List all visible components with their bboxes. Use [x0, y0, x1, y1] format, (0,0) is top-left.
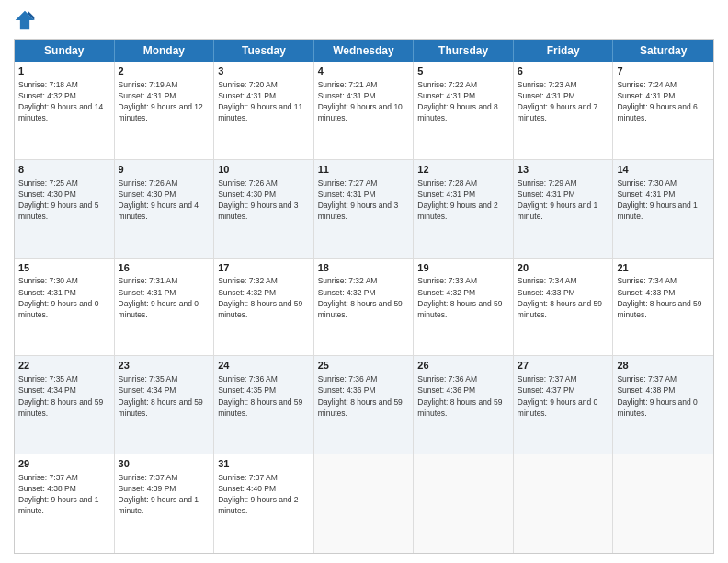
day-number: 1: [18, 64, 110, 78]
cell-info: Sunrise: 7:28 AM Sunset: 4:31 PM Dayligh…: [417, 178, 497, 221]
day-number: 27: [518, 359, 609, 373]
day-cell-17: 17Sunrise: 7:32 AM Sunset: 4:32 PM Dayli…: [214, 259, 314, 356]
day-cell-24: 24Sunrise: 7:36 AM Sunset: 4:35 PM Dayli…: [214, 356, 314, 454]
cell-info: Sunrise: 7:26 AM Sunset: 4:30 PM Dayligh…: [119, 178, 199, 221]
day-cell-18: 18Sunrise: 7:32 AM Sunset: 4:32 PM Dayli…: [314, 259, 415, 356]
day-number: 30: [119, 457, 210, 471]
cell-info: Sunrise: 7:34 AM Sunset: 4:33 PM Dayligh…: [617, 276, 701, 318]
day-cell-14: 14Sunrise: 7:30 AM Sunset: 4:31 PM Dayli…: [613, 160, 713, 258]
calendar-row-4: 22Sunrise: 7:35 AM Sunset: 4:34 PM Dayli…: [15, 356, 713, 454]
cell-info: Sunrise: 7:36 AM Sunset: 4:36 PM Dayligh…: [417, 374, 502, 417]
day-cell-6: 6Sunrise: 7:23 AM Sunset: 4:31 PM Daylig…: [514, 62, 614, 159]
day-number: 19: [417, 261, 509, 275]
day-cell-2: 2Sunrise: 7:19 AM Sunset: 4:31 PM Daylig…: [115, 62, 215, 159]
svg-marker-0: [16, 11, 35, 30]
day-cell-5: 5Sunrise: 7:22 AM Sunset: 4:31 PM Daylig…: [414, 62, 514, 159]
day-cell-1: 1Sunrise: 7:18 AM Sunset: 4:32 PM Daylig…: [15, 62, 115, 159]
header-day-tuesday: Tuesday: [214, 40, 314, 62]
day-number: 8: [18, 163, 110, 177]
day-number: 26: [417, 359, 509, 373]
header-day-friday: Friday: [514, 40, 614, 62]
cell-info: Sunrise: 7:32 AM Sunset: 4:32 PM Dayligh…: [218, 276, 302, 318]
day-cell-11: 11Sunrise: 7:27 AM Sunset: 4:31 PM Dayli…: [314, 160, 415, 258]
header-day-thursday: Thursday: [414, 40, 514, 62]
day-cell-22: 22Sunrise: 7:35 AM Sunset: 4:34 PM Dayli…: [15, 356, 115, 454]
day-cell-13: 13Sunrise: 7:29 AM Sunset: 4:31 PM Dayli…: [514, 160, 614, 258]
day-cell-4: 4Sunrise: 7:21 AM Sunset: 4:31 PM Daylig…: [314, 62, 415, 159]
day-cell-23: 23Sunrise: 7:35 AM Sunset: 4:34 PM Dayli…: [115, 356, 215, 454]
header: [14, 9, 714, 31]
day-cell-10: 10Sunrise: 7:26 AM Sunset: 4:30 PM Dayli…: [214, 160, 314, 258]
cell-info: Sunrise: 7:30 AM Sunset: 4:31 PM Dayligh…: [18, 276, 98, 318]
calendar-row-1: 1Sunrise: 7:18 AM Sunset: 4:32 PM Daylig…: [15, 62, 713, 160]
day-cell-30: 30Sunrise: 7:37 AM Sunset: 4:39 PM Dayli…: [115, 454, 215, 553]
day-number: 7: [617, 64, 710, 78]
cell-info: Sunrise: 7:29 AM Sunset: 4:31 PM Dayligh…: [518, 178, 597, 221]
header-day-monday: Monday: [115, 40, 215, 62]
day-number: 31: [218, 457, 310, 471]
calendar-row-2: 8Sunrise: 7:25 AM Sunset: 4:30 PM Daylig…: [15, 160, 713, 259]
day-cell-20: 20Sunrise: 7:34 AM Sunset: 4:33 PM Dayli…: [514, 259, 614, 356]
cell-info: Sunrise: 7:36 AM Sunset: 4:36 PM Dayligh…: [318, 374, 403, 417]
cell-info: Sunrise: 7:37 AM Sunset: 4:38 PM Dayligh…: [18, 473, 98, 515]
empty-cell: [514, 454, 614, 553]
empty-cell: [314, 454, 415, 553]
day-cell-3: 3Sunrise: 7:20 AM Sunset: 4:31 PM Daylig…: [214, 62, 314, 159]
calendar-row-5: 29Sunrise: 7:37 AM Sunset: 4:38 PM Dayli…: [15, 454, 713, 553]
day-number: 21: [617, 261, 710, 275]
header-day-sunday: Sunday: [15, 40, 115, 62]
day-number: 13: [518, 163, 609, 177]
day-number: 29: [18, 457, 110, 471]
cell-info: Sunrise: 7:32 AM Sunset: 4:32 PM Dayligh…: [318, 276, 403, 318]
cell-info: Sunrise: 7:34 AM Sunset: 4:33 PM Dayligh…: [518, 276, 602, 318]
day-cell-16: 16Sunrise: 7:31 AM Sunset: 4:31 PM Dayli…: [115, 259, 215, 356]
day-cell-28: 28Sunrise: 7:37 AM Sunset: 4:38 PM Dayli…: [613, 356, 713, 454]
day-number: 16: [119, 261, 210, 275]
cell-info: Sunrise: 7:23 AM Sunset: 4:31 PM Dayligh…: [518, 80, 597, 122]
day-cell-9: 9Sunrise: 7:26 AM Sunset: 4:30 PM Daylig…: [115, 160, 215, 258]
day-number: 25: [318, 359, 410, 373]
day-cell-8: 8Sunrise: 7:25 AM Sunset: 4:30 PM Daylig…: [15, 160, 115, 258]
header-day-wednesday: Wednesday: [314, 40, 415, 62]
day-number: 14: [617, 163, 710, 177]
calendar-body: 1Sunrise: 7:18 AM Sunset: 4:32 PM Daylig…: [15, 62, 713, 553]
day-number: 22: [18, 359, 110, 373]
empty-cell: [414, 454, 514, 553]
cell-info: Sunrise: 7:33 AM Sunset: 4:32 PM Dayligh…: [417, 276, 502, 318]
day-number: 5: [417, 64, 509, 78]
cell-info: Sunrise: 7:27 AM Sunset: 4:31 PM Dayligh…: [318, 178, 398, 221]
day-number: 2: [119, 64, 210, 78]
calendar-row-3: 15Sunrise: 7:30 AM Sunset: 4:31 PM Dayli…: [15, 259, 713, 357]
logo-icon: [14, 9, 36, 31]
day-number: 9: [119, 163, 210, 177]
cell-info: Sunrise: 7:37 AM Sunset: 4:38 PM Dayligh…: [617, 374, 697, 417]
day-number: 12: [417, 163, 509, 177]
day-number: 3: [218, 64, 310, 78]
cell-info: Sunrise: 7:18 AM Sunset: 4:32 PM Dayligh…: [18, 80, 103, 122]
page: SundayMondayTuesdayWednesdayThursdayFrid…: [0, 0, 728, 563]
calendar-header: SundayMondayTuesdayWednesdayThursdayFrid…: [15, 40, 713, 62]
day-cell-21: 21Sunrise: 7:34 AM Sunset: 4:33 PM Dayli…: [613, 259, 713, 356]
day-cell-12: 12Sunrise: 7:28 AM Sunset: 4:31 PM Dayli…: [414, 160, 514, 258]
day-cell-29: 29Sunrise: 7:37 AM Sunset: 4:38 PM Dayli…: [15, 454, 115, 553]
day-cell-15: 15Sunrise: 7:30 AM Sunset: 4:31 PM Dayli…: [15, 259, 115, 356]
day-cell-31: 31Sunrise: 7:37 AM Sunset: 4:40 PM Dayli…: [214, 454, 314, 553]
day-number: 28: [617, 359, 710, 373]
header-day-saturday: Saturday: [613, 40, 713, 62]
day-number: 20: [518, 261, 609, 275]
cell-info: Sunrise: 7:35 AM Sunset: 4:34 PM Dayligh…: [119, 374, 203, 417]
cell-info: Sunrise: 7:24 AM Sunset: 4:31 PM Dayligh…: [617, 80, 697, 122]
cell-info: Sunrise: 7:19 AM Sunset: 4:31 PM Dayligh…: [119, 80, 203, 122]
cell-info: Sunrise: 7:37 AM Sunset: 4:40 PM Dayligh…: [218, 473, 298, 515]
cell-info: Sunrise: 7:36 AM Sunset: 4:35 PM Dayligh…: [218, 374, 302, 417]
day-cell-26: 26Sunrise: 7:36 AM Sunset: 4:36 PM Dayli…: [414, 356, 514, 454]
day-number: 17: [218, 261, 310, 275]
cell-info: Sunrise: 7:26 AM Sunset: 4:30 PM Dayligh…: [218, 178, 298, 221]
cell-info: Sunrise: 7:37 AM Sunset: 4:37 PM Dayligh…: [518, 374, 597, 417]
empty-cell: [613, 454, 713, 553]
cell-info: Sunrise: 7:31 AM Sunset: 4:31 PM Dayligh…: [119, 276, 199, 318]
day-number: 6: [518, 64, 609, 78]
day-cell-19: 19Sunrise: 7:33 AM Sunset: 4:32 PM Dayli…: [414, 259, 514, 356]
cell-info: Sunrise: 7:20 AM Sunset: 4:31 PM Dayligh…: [218, 80, 302, 122]
cell-info: Sunrise: 7:30 AM Sunset: 4:31 PM Dayligh…: [617, 178, 697, 221]
